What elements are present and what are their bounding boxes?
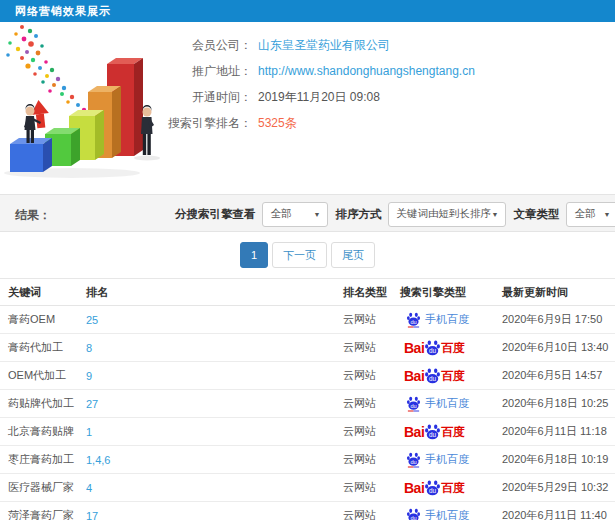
keyword-cell: 医疗器械厂家 bbox=[0, 474, 86, 502]
open-time-value: 2019年11月20日 09:08 bbox=[258, 89, 380, 106]
rank-link[interactable]: 27 bbox=[86, 398, 98, 410]
mobile-baidu-label: 手机百度 bbox=[425, 312, 469, 327]
member-info-section: 会员公司： 山东皇圣堂药业有限公司 推广地址： http://www.shand… bbox=[0, 22, 615, 194]
result-label: 结果： bbox=[15, 207, 51, 224]
svg-text:du: du bbox=[410, 403, 416, 409]
rank-link[interactable]: 25 bbox=[86, 314, 98, 326]
col-updated: 最新更新时间 bbox=[502, 279, 615, 306]
svg-text:du: du bbox=[429, 347, 437, 354]
keyword-ranking-table: 关键词 排名 排名类型 搜索引擎类型 最新更新时间 膏药OEM 25 云网站 bbox=[0, 278, 615, 520]
keyword-cell: 膏药代加工 bbox=[0, 334, 86, 362]
svg-text:du: du bbox=[429, 431, 437, 438]
rank-cell: 1,4,6 bbox=[86, 446, 343, 474]
baidu-paw-icon: du bbox=[406, 395, 421, 412]
keyword-cell: 药贴牌代加工 bbox=[0, 390, 86, 418]
confetti-dots bbox=[6, 25, 98, 123]
pc-baidu-logo: Bai du 百度 bbox=[404, 339, 464, 356]
rank-link[interactable]: 4 bbox=[86, 482, 92, 494]
next-page-button[interactable]: 下一页 bbox=[272, 242, 327, 268]
table-header-row: 关键词 排名 排名类型 搜索引擎类型 最新更新时间 bbox=[0, 279, 615, 306]
col-engine-type: 搜索引擎类型 bbox=[400, 279, 502, 306]
engine-cell: du 手机百度 Bai bbox=[400, 362, 502, 390]
engine-filter-select[interactable]: 全部 ▼ bbox=[262, 202, 328, 227]
rank-link[interactable]: 1,4,6 bbox=[86, 454, 110, 466]
last-page-button[interactable]: 尾页 bbox=[331, 242, 375, 268]
svg-text:du: du bbox=[429, 375, 437, 382]
baidu-paw-icon: du bbox=[424, 423, 441, 440]
mobile-baidu-logo: du 手机百度 bbox=[406, 311, 469, 328]
engine-cell: du 手机百度 Bai bbox=[400, 334, 502, 362]
rank-type-cell: 云网站 bbox=[343, 474, 400, 502]
search-engine-logo: du 手机百度 Bai bbox=[400, 474, 502, 501]
search-engine-logo: du 手机百度 Bai bbox=[400, 418, 502, 445]
rank-type-cell: 云网站 bbox=[343, 418, 400, 446]
rank-type-cell: 云网站 bbox=[343, 362, 400, 390]
info-fields: 会员公司： 山东皇圣堂药业有限公司 推广地址： http://www.shand… bbox=[162, 22, 615, 136]
chevron-down-icon: ▼ bbox=[314, 211, 321, 218]
pc-baidu-logo: Bai du 百度 bbox=[404, 367, 464, 384]
keyword-cell: 膏药OEM bbox=[0, 306, 86, 334]
sort-select[interactable]: 关键词由短到长排序 ▼ bbox=[388, 202, 506, 227]
col-rank-type: 排名类型 bbox=[343, 279, 400, 306]
article-type-label: 文章类型 bbox=[514, 207, 560, 222]
baidu-bai-text: Bai bbox=[404, 480, 424, 496]
table-row: 膏药OEM 25 云网站 du bbox=[0, 306, 615, 334]
search-engine-logo: du 手机百度 Bai bbox=[400, 390, 502, 417]
engine-filter-label: 分搜索引擎查看 bbox=[175, 207, 256, 222]
search-engine-logo: du 手机百度 Bai bbox=[400, 334, 502, 361]
keyword-cell: 北京膏药贴牌 bbox=[0, 418, 86, 446]
article-type-select[interactable]: 全部 ▼ bbox=[566, 202, 615, 227]
updated-cell: 2020年6月9日 17:50 bbox=[502, 306, 615, 334]
rank-cell: 1 bbox=[86, 418, 343, 446]
mobile-baidu-label: 手机百度 bbox=[425, 452, 469, 467]
engine-cell: du 手机百度 Bai bbox=[400, 306, 502, 334]
rank-link[interactable]: 1 bbox=[86, 426, 92, 438]
baidu-cn-text: 百度 bbox=[441, 425, 464, 440]
rank-type-cell: 云网站 bbox=[343, 334, 400, 362]
baidu-bai-text: Bai bbox=[404, 424, 424, 440]
table-row: 枣庄膏药加工 1,4,6 云网站 du bbox=[0, 446, 615, 474]
rank-link[interactable]: 8 bbox=[86, 342, 92, 354]
growth-bar-chart-illustration bbox=[0, 22, 195, 184]
svg-text:du: du bbox=[410, 319, 416, 325]
rank-type-cell: 云网站 bbox=[343, 502, 400, 520]
table-row: 菏泽膏药厂家 17 云网站 du bbox=[0, 502, 615, 520]
baidu-bai-text: Bai bbox=[404, 340, 424, 356]
pc-baidu-logo: Bai du 百度 bbox=[404, 423, 464, 440]
info-row-open-time: 开通时间： 2019年11月20日 09:08 bbox=[162, 84, 615, 110]
filter-controls: 分搜索引擎查看 全部 ▼ 排序方式 关键词由短到长排序 ▼ 文章类型 全部 ▼ … bbox=[167, 195, 615, 233]
mobile-baidu-logo: du 手机百度 bbox=[406, 507, 469, 520]
businessman-right bbox=[141, 105, 154, 155]
search-engine-logo: du 手机百度 Bai bbox=[400, 502, 502, 520]
rank-cell: 27 bbox=[86, 390, 343, 418]
promo-url-link[interactable]: http://www.shandonghuangshengtang.cn bbox=[258, 64, 475, 78]
table-row: OEM代加工 9 云网站 du bbox=[0, 362, 615, 390]
ranking-count-value: 5325条 bbox=[258, 115, 297, 132]
page-1-button[interactable]: 1 bbox=[240, 242, 268, 268]
header-bar: 网络营销效果展示 bbox=[0, 0, 615, 22]
sort-value: 关键词由短到长排序 bbox=[397, 207, 492, 221]
table-row: 医疗器械厂家 4 云网站 du bbox=[0, 474, 615, 502]
keyword-cell: 枣庄膏药加工 bbox=[0, 446, 86, 474]
svg-text:du: du bbox=[410, 459, 416, 465]
bar-blue bbox=[10, 138, 52, 172]
updated-cell: 2020年6月11日 11:18 bbox=[502, 418, 615, 446]
updated-cell: 2020年5月29日 10:32 bbox=[502, 474, 615, 502]
engine-cell: du 手机百度 Bai bbox=[400, 502, 502, 520]
company-link[interactable]: 山东皇圣堂药业有限公司 bbox=[258, 37, 390, 54]
baidu-cn-text: 百度 bbox=[441, 341, 464, 356]
search-engine-logo: du 手机百度 Bai bbox=[400, 446, 502, 473]
keyword-cell: 菏泽膏药厂家 bbox=[0, 502, 86, 520]
rank-cell: 25 bbox=[86, 306, 343, 334]
marketing-report-page: 网络营销效果展示 bbox=[0, 0, 615, 520]
rank-cell: 9 bbox=[86, 362, 343, 390]
rank-link[interactable]: 9 bbox=[86, 370, 92, 382]
article-type-value: 全部 bbox=[575, 207, 596, 221]
updated-cell: 2020年6月10日 13:40 bbox=[502, 334, 615, 362]
rank-link[interactable]: 17 bbox=[86, 510, 98, 520]
search-engine-logo: du 手机百度 Bai bbox=[400, 306, 502, 333]
baidu-paw-icon: du bbox=[424, 479, 441, 496]
baidu-paw-icon: du bbox=[406, 507, 421, 520]
mobile-baidu-logo: du 手机百度 bbox=[406, 395, 469, 412]
updated-cell: 2020年6月11日 11:40 bbox=[502, 502, 615, 520]
